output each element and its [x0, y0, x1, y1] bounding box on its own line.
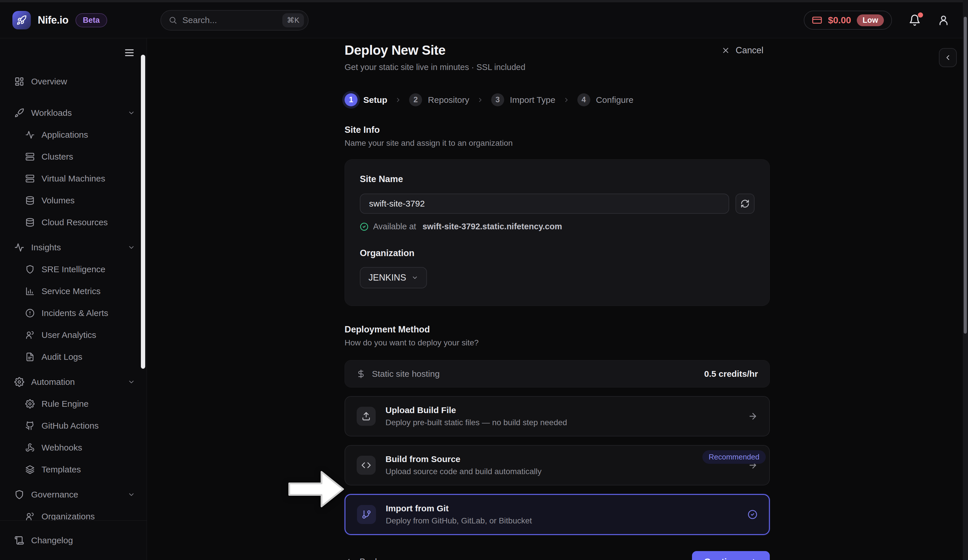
sidebar-item-label: Service Metrics	[41, 287, 101, 296]
chevron-right-icon	[563, 96, 570, 103]
topbar-actions: $0.00 Low	[804, 11, 963, 30]
step-configure[interactable]: 4 Configure	[577, 93, 633, 106]
availability-status: Available at swift-site-3792.static.nife…	[360, 222, 754, 231]
notifications-button[interactable]	[909, 14, 921, 26]
back-button[interactable]: Back	[345, 557, 380, 560]
sidebar-item-governance[interactable]: Governance	[0, 484, 147, 505]
search-shortcut-kbd: ⌘K	[282, 13, 304, 27]
dollar-icon	[356, 369, 366, 379]
side-panel-toggle-button[interactable]	[939, 48, 957, 67]
scrollbar-thumb[interactable]	[964, 17, 967, 333]
sidebar-item-templates[interactable]: Templates	[0, 459, 147, 480]
search-icon	[169, 16, 177, 25]
credit-card-icon	[812, 15, 822, 25]
sidebar-item-sre-intelligence[interactable]: SRE Intelligence	[0, 258, 147, 280]
sidebar-item-webhooks[interactable]: Webhooks	[0, 437, 147, 459]
sidebar-item-label: Insights	[31, 243, 61, 252]
cancel-button[interactable]: Cancel	[721, 45, 764, 56]
site-name-label: Site Name	[360, 174, 754, 184]
sidebar-item-insights[interactable]: Insights	[0, 237, 147, 258]
sidebar-item-user-analytics[interactable]: User Analytics	[0, 324, 147, 346]
step-setup[interactable]: 1 Setup	[345, 93, 387, 106]
sidebar-item-service-metrics[interactable]: Service Metrics	[0, 280, 147, 302]
nife-logo[interactable]	[12, 11, 31, 29]
option-upload-build-file[interactable]: Upload Build File Deploy pre-built stati…	[345, 396, 770, 436]
sidebar-scrollbar[interactable]	[141, 55, 145, 369]
sidebar-item-label: Overview	[31, 77, 67, 86]
organization-select[interactable]: JENKINS	[360, 267, 427, 288]
option-texts: Build from Source Upload source code and…	[386, 454, 542, 476]
option-title: Upload Build File	[386, 405, 567, 415]
sidebar-item-audit-logs[interactable]: Audit Logs	[0, 346, 147, 368]
account-button[interactable]	[937, 14, 950, 26]
option-texts: Upload Build File Deploy pre-built stati…	[386, 405, 567, 427]
credits-amount: $0.00	[828, 15, 851, 26]
chevron-left-icon	[944, 54, 952, 61]
search-input[interactable]	[182, 15, 277, 25]
chevron-down-icon	[128, 244, 135, 251]
browser-edge-strip	[0, 0, 968, 2]
gear-icon	[25, 399, 35, 409]
sidebar-item-cloud-resources[interactable]: Cloud Resources	[0, 211, 147, 234]
main-panel: Deploy New Site Get your static site liv…	[147, 38, 963, 560]
sidebar-item-label: Workloads	[31, 108, 72, 118]
sidebar-item-virtual-machines[interactable]: Virtual Machines	[0, 167, 147, 190]
sidebar-item-label: Incidents & Alerts	[41, 308, 108, 318]
regenerate-name-button[interactable]	[736, 194, 754, 214]
continue-button[interactable]: Continue	[692, 551, 770, 560]
rocket-icon	[17, 15, 27, 25]
sidebar-item-rule-engine[interactable]: Rule Engine	[0, 393, 147, 415]
shield-icon	[15, 490, 24, 499]
sidebar-item-label: SRE Intelligence	[41, 264, 105, 274]
sidebar-item-workloads[interactable]: Workloads	[0, 102, 147, 124]
step-label: Repository	[428, 95, 469, 105]
sidebar-item-label: Automation	[31, 377, 75, 387]
option-build-from-source[interactable]: Build from Source Upload source code and…	[345, 445, 770, 485]
sidebar-item-label: GitHub Actions	[41, 421, 98, 431]
option-import-from-git[interactable]: Import from Git Deploy from GitHub, GitL…	[345, 494, 770, 535]
sidebar-item-label: Changelog	[31, 535, 73, 545]
webhook-icon	[25, 443, 35, 452]
close-icon	[721, 46, 730, 55]
arrow-left-icon	[345, 557, 354, 560]
brand: Nife.io Beta	[0, 11, 147, 29]
chevron-right-icon	[477, 96, 484, 103]
site-info-heading: Site Info	[345, 125, 770, 135]
sidebar: Overview Workloads Applications Clusters…	[0, 38, 147, 560]
github-icon	[25, 421, 35, 430]
sidebar-item-organizations[interactable]: Organizations	[0, 505, 147, 520]
global-search[interactable]: ⌘K	[161, 10, 308, 31]
sidebar-item-clusters[interactable]: Clusters	[0, 146, 147, 167]
option-description: Upload source code and build automatical…	[386, 467, 542, 476]
sidebar-item-automation[interactable]: Automation	[0, 371, 147, 393]
rocket-icon	[15, 108, 24, 118]
file-text-icon	[25, 352, 35, 361]
activity-icon	[25, 130, 35, 139]
sidebar-item-changelog[interactable]: Changelog	[0, 529, 147, 552]
sidebar-footer: Changelog	[0, 520, 147, 560]
step-repository[interactable]: 2 Repository	[409, 93, 469, 106]
notification-dot	[918, 12, 923, 18]
users-icon	[25, 512, 35, 520]
git-branch-icon	[357, 505, 376, 524]
sidebar-item-applications[interactable]: Applications	[0, 124, 147, 146]
step-label: Setup	[363, 95, 387, 105]
sidebar-item-volumes[interactable]: Volumes	[0, 190, 147, 211]
sidebar-item-overview[interactable]: Overview	[0, 71, 147, 93]
dashboard-icon	[15, 77, 24, 86]
site-info-description: Name your site and assign it to an organ…	[345, 139, 770, 148]
arrow-right-icon	[749, 558, 757, 560]
sidebar-item-github-actions[interactable]: GitHub Actions	[0, 415, 147, 437]
site-name-input[interactable]	[360, 194, 729, 214]
sidebar-collapse-button[interactable]	[124, 47, 135, 58]
sidebar-item-incidents-alerts[interactable]: Incidents & Alerts	[0, 302, 147, 324]
bar-chart-icon	[25, 287, 35, 296]
chevron-down-icon	[411, 274, 418, 281]
deploy-wizard: Deploy New Site Get your static site liv…	[345, 38, 770, 560]
organization-label: Organization	[360, 248, 754, 258]
chevron-down-icon	[128, 491, 135, 499]
step-import-type[interactable]: 3 Import Type	[491, 93, 555, 106]
step-number: 2	[409, 93, 422, 106]
window-scrollbar[interactable]	[963, 0, 968, 560]
credits-pill[interactable]: $0.00 Low	[804, 11, 892, 30]
